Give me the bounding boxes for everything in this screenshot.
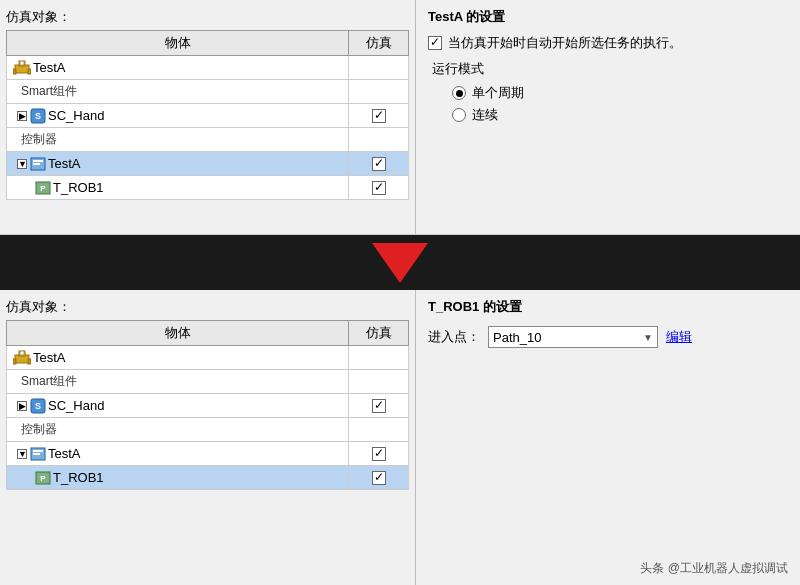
top-sim-table: 物体 仿真 <box>6 30 409 200</box>
row-name: T_ROB1 <box>53 180 104 195</box>
svg-rect-16 <box>28 359 31 364</box>
expand-open-icon-b[interactable]: ▼ <box>17 449 27 459</box>
table-row[interactable]: ▶ S SC_Hand <box>7 394 409 418</box>
table-row[interactable]: ▼ TestA <box>7 152 409 176</box>
dropdown-arrow-icon: ▼ <box>643 332 653 343</box>
auto-start-checkbox[interactable] <box>428 36 442 50</box>
checkbox[interactable] <box>372 157 386 171</box>
bottom-col-sim: 仿真 <box>349 321 409 346</box>
checkbox[interactable] <box>372 399 386 413</box>
bottom-settings-title: T_ROB1 的设置 <box>428 298 788 316</box>
category-label: Smart组件 <box>21 84 77 98</box>
svg-text:S: S <box>35 401 41 411</box>
bottom-sim-table-section: 仿真对象： 物体 仿真 <box>0 290 415 585</box>
auto-start-label: 当仿真开始时自动开始所选任务的执行。 <box>448 34 682 52</box>
bottom-settings-section: T_ROB1 的设置 进入点： Path_10 ▼ 编辑 <box>415 290 800 585</box>
top-settings-section: TestA 的设置 当仿真开始时自动开始所选任务的执行。 运行模式 单个周期 连… <box>415 0 800 234</box>
svg-text:P: P <box>40 474 46 483</box>
table-row[interactable]: ▶ S SC_Hand <box>7 104 409 128</box>
row-name: T_ROB1 <box>53 470 104 485</box>
radio-single-btn[interactable] <box>452 86 466 100</box>
component-icon: S <box>30 398 46 414</box>
category-label: Smart组件 <box>21 374 77 388</box>
checkbox[interactable] <box>372 109 386 123</box>
radio-continuous-label: 连续 <box>472 106 498 124</box>
top-sim-table-section: 仿真对象： 物体 仿真 <box>0 0 415 234</box>
svg-text:P: P <box>40 184 46 193</box>
svg-rect-21 <box>33 453 40 455</box>
top-sim-label: 仿真对象： <box>6 8 409 26</box>
checkbox[interactable] <box>372 181 386 195</box>
robot-icon <box>13 59 31 77</box>
component-icon: S <box>30 108 46 124</box>
table-row[interactable]: TestA <box>7 346 409 370</box>
table-row[interactable]: ▼ TestA <box>7 442 409 466</box>
svg-rect-4 <box>28 69 31 74</box>
table-row[interactable]: P T_ROB1 <box>7 466 409 490</box>
bottom-sim-label: 仿真对象： <box>6 298 409 316</box>
radio-continuous-btn[interactable] <box>452 108 466 122</box>
mode-label: 运行模式 <box>432 60 788 78</box>
row-name: TestA <box>33 60 66 75</box>
row-name: TestA <box>48 446 81 461</box>
entry-dropdown[interactable]: Path_10 ▼ <box>488 326 658 348</box>
top-settings-title: TestA 的设置 <box>428 8 788 26</box>
radio-continuous[interactable]: 连续 <box>452 106 788 124</box>
prog-icon: P <box>35 181 51 195</box>
row-name: SC_Hand <box>48 108 104 123</box>
arrow-section <box>0 235 800 290</box>
table-row[interactable]: P T_ROB1 <box>7 176 409 200</box>
expand-icon-b[interactable]: ▶ <box>17 401 27 411</box>
checkbox[interactable] <box>372 447 386 461</box>
auto-start-row: 当仿真开始时自动开始所选任务的执行。 <box>428 34 788 52</box>
category-label: 控制器 <box>21 422 57 436</box>
table-row[interactable]: TestA <box>7 56 409 80</box>
arrow-down-icon <box>372 243 428 283</box>
entry-label: 进入点： <box>428 328 480 346</box>
svg-rect-20 <box>33 450 43 452</box>
table-row: 控制器 <box>7 128 409 152</box>
svg-point-14 <box>20 351 24 355</box>
top-col-sim: 仿真 <box>349 31 409 56</box>
svg-rect-15 <box>13 359 16 364</box>
bottom-col-body: 物体 <box>7 321 349 346</box>
svg-rect-8 <box>33 160 43 162</box>
watermark: 头条 @工业机器人虚拟调试 <box>640 560 788 577</box>
category-label: 控制器 <box>21 132 57 146</box>
bottom-sim-table: 物体 仿真 <box>6 320 409 490</box>
entry-value: Path_10 <box>493 330 541 345</box>
svg-text:S: S <box>35 111 41 121</box>
table-row: Smart组件 <box>7 80 409 104</box>
task-icon <box>30 447 46 461</box>
row-name: SC_Hand <box>48 398 104 413</box>
table-row: 控制器 <box>7 418 409 442</box>
radio-single-cycle[interactable]: 单个周期 <box>452 84 788 102</box>
expand-open-icon[interactable]: ▼ <box>17 159 27 169</box>
svg-rect-3 <box>13 69 16 74</box>
row-name: TestA <box>33 350 66 365</box>
entry-row: 进入点： Path_10 ▼ 编辑 <box>428 326 788 348</box>
task-icon <box>30 157 46 171</box>
top-col-body: 物体 <box>7 31 349 56</box>
edit-link[interactable]: 编辑 <box>666 328 692 346</box>
expand-icon[interactable]: ▶ <box>17 111 27 121</box>
svg-rect-9 <box>33 163 40 165</box>
svg-point-2 <box>20 61 24 65</box>
radio-single-label: 单个周期 <box>472 84 524 102</box>
row-name: TestA <box>48 156 81 171</box>
robot-icon <box>13 349 31 367</box>
table-row: Smart组件 <box>7 370 409 394</box>
checkbox[interactable] <box>372 471 386 485</box>
prog-icon: P <box>35 471 51 485</box>
